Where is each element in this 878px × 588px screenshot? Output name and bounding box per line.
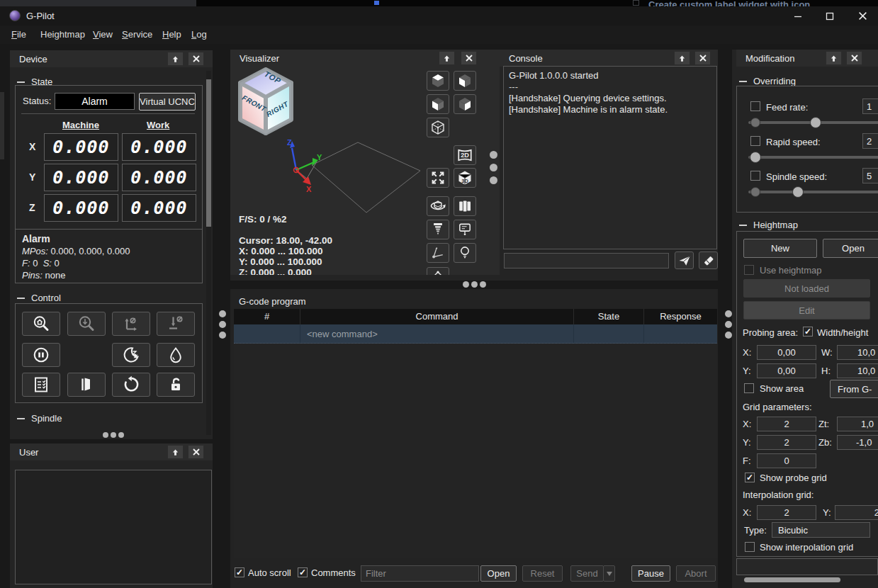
door-button[interactable] [67,373,106,397]
splitter-handle-gcode-left[interactable] [219,321,226,328]
home-button[interactable] [22,312,60,336]
show-probe-grid-checkbox[interactable] [745,473,755,482]
splitter-handle-gcode-right[interactable] [725,310,732,317]
reset-button-footer[interactable]: Reset [522,565,563,582]
modification-close-button[interactable] [846,51,862,65]
zprobe-button[interactable] [67,312,106,336]
light-button[interactable] [454,243,476,263]
splitter-handle-gcode-left[interactable] [219,332,226,339]
zero-z-button[interactable] [157,312,195,336]
settings-check-button[interactable] [22,373,60,397]
heightmap-group-toggle[interactable]: Heightmap [739,220,798,230]
menu-view[interactable]: View [93,29,113,40]
send-dropdown-button[interactable] [603,565,615,582]
probe-x-spinbox[interactable]: 0,00 [757,345,816,360]
use-heightmap-checkbox[interactable] [744,265,754,275]
overriding-group-toggle[interactable]: Overriding [739,76,796,86]
splitter-handle-middle[interactable] [480,281,486,288]
console-close-button[interactable] [694,51,711,65]
menu-file[interactable]: File [11,29,26,40]
pause-button-footer[interactable]: Pause [631,565,670,582]
user-close-button[interactable] [188,445,204,459]
mesh-button[interactable] [427,267,449,275]
menu-heightmap[interactable]: Heightmap [40,29,85,40]
rapid-speed-slider[interactable] [748,156,878,159]
machine-column-header[interactable]: Machine [62,120,99,130]
row-command-cell[interactable]: <new command> [300,324,574,343]
gcode-selected-row[interactable]: <new command> [234,324,717,344]
user-float-button[interactable] [167,445,184,459]
flood-button[interactable] [157,343,195,367]
grid-y-spinbox[interactable]: 2 [757,435,816,450]
visualizer-close-button[interactable] [461,51,477,65]
zero-xy-button[interactable] [112,312,150,336]
splitter-handle-left[interactable] [111,432,116,438]
view-left-button[interactable] [454,71,476,91]
rapid-override-checkbox[interactable] [750,136,760,146]
titlebar[interactable]: G-Pilot [0,6,878,26]
spindle-group-toggle[interactable]: Spindle [17,413,62,424]
menu-log[interactable]: Log [191,29,207,40]
heightmap-edit-button[interactable]: Edit [743,301,870,320]
fit-view-button[interactable] [427,168,449,188]
comments-checkbox[interactable] [298,567,308,577]
work-column-header[interactable]: Work [147,120,169,130]
modification-hscrollbar-thumb[interactable] [744,577,840,582]
device-float-button[interactable] [167,52,184,66]
view-isometric-button[interactable] [427,118,449,137]
close-window-button[interactable] [852,9,873,23]
containers-button[interactable] [454,196,476,216]
device-scrollbar-thumb[interactable] [206,79,211,227]
filter-input[interactable] [361,565,479,582]
interp-type-combobox[interactable]: Bicubic [772,522,870,538]
splitter-handle-middle[interactable] [463,281,469,288]
console-clear-button[interactable] [699,251,718,269]
grid-zb-spinbox[interactable]: -1,0 [837,435,878,450]
spindle-speed-slider[interactable] [748,191,878,193]
reset-button[interactable] [112,373,150,397]
spindle-speed-spinbox[interactable]: 5 [862,168,878,183]
splitter-handle-middle[interactable] [471,281,478,288]
visualizer-float-button[interactable] [439,51,455,65]
user-panel-titlebar[interactable]: User [10,443,213,460]
open-button[interactable]: Open [480,565,517,582]
grid-zt-spinbox[interactable]: 1,0 [837,417,878,431]
pause-button[interactable] [22,343,60,367]
modification-float-button[interactable] [826,51,842,65]
from-gcode-button[interactable]: From G- [830,380,878,398]
view-3d-button[interactable]: 3D [454,168,476,188]
spindle-slider-handle[interactable] [792,186,804,198]
sleep-button[interactable] [112,343,150,367]
feed-override-checkbox[interactable] [750,101,760,111]
console-float-button[interactable] [674,51,690,65]
width-height-checkbox[interactable] [803,327,813,337]
menu-service[interactable]: Service [122,29,152,40]
splitter-handle-gcode-right[interactable] [725,321,732,328]
tool-button[interactable] [427,220,449,239]
sign-button[interactable] [454,220,476,239]
rapid-speed-spinbox[interactable]: 2 [862,133,878,149]
rotate-view-button[interactable] [427,196,449,216]
rapid-slider-handle[interactable] [750,152,761,163]
spindle-override-checkbox[interactable] [750,171,760,181]
feed-slider-handle[interactable] [810,117,821,128]
modification-titlebar[interactable]: Modification [736,50,878,67]
unlock-button[interactable] [157,373,195,397]
heightmap-open-button[interactable]: Open [823,239,878,258]
device-panel-titlebar[interactable]: Device [10,50,213,67]
view-front-button[interactable] [427,94,449,114]
splitter-handle-gcode-right[interactable] [725,332,732,339]
console-titlebar[interactable]: Console [500,50,718,67]
dock-edge-tab[interactable] [0,92,4,159]
splitter-handle-console[interactable] [490,176,497,184]
control-group-toggle[interactable]: Control [17,293,61,303]
view-2d-button[interactable]: 2D [454,145,476,165]
minimize-button[interactable] [787,9,809,23]
console-command-input[interactable] [504,253,669,268]
splitter-handle-left[interactable] [103,432,108,438]
splitter-handle-console[interactable] [490,164,497,171]
interp-x-spinbox[interactable]: 2 [757,505,816,520]
autoscroll-checkbox[interactable] [235,567,244,577]
show-area-checkbox[interactable] [744,383,754,393]
splitter-handle-console[interactable] [490,151,497,159]
